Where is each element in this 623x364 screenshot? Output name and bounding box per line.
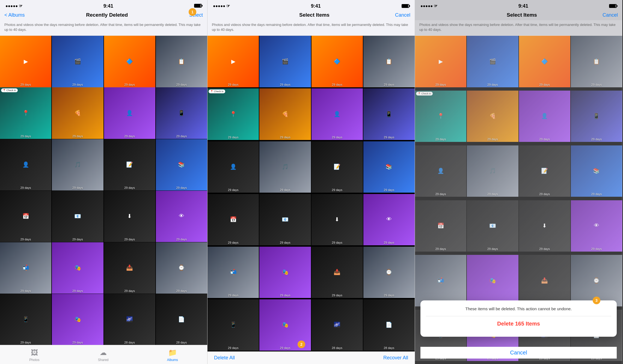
photo-cell[interactable]: 📋29 days [156,36,207,87]
photo-cell[interactable]: 📱29 days [0,294,51,345]
photo-cell[interactable]: 👁29 days [571,200,622,252]
photo-cell[interactable]: 📚29 days [363,141,415,193]
photo-cell[interactable]: 🔷29 days [104,36,155,87]
photo-cell[interactable]: 📅29 days [0,191,51,242]
nav-bar-1: < Albums Recently Deleted Select 1 [0,11,207,20]
photo-cell[interactable]: 📄28 days [156,294,207,345]
photo-cell[interactable]: 🍕29 days [467,91,518,142]
photo-cell[interactable]: 📍📍 Check in29 days [0,87,51,139]
photo-cell[interactable]: 📅29 days [207,194,259,245]
photo-cell[interactable]: 🎭29 days [52,294,103,345]
check-in-badge: 📍 Check in [1,88,18,92]
photo-cell[interactable]: 📥29 days [104,242,155,294]
photo-cell[interactable]: 📱29 days [207,299,259,351]
photo-cell[interactable]: ▶29 days [207,36,259,87]
photo-cell[interactable]: 📬29 days [0,242,51,294]
nav-bar-3: Select Items Cancel [415,11,622,20]
signal-wifi-1: ●●●●● ☞ [5,4,22,8]
tab-shared-1[interactable]: ☁ Shared [98,348,109,362]
photo-cell[interactable]: 🎬29 days [52,36,103,87]
photo-cell[interactable]: 🎬29 days [467,36,518,87]
days-remaining-badge: 29 days [384,241,394,244]
days-remaining-badge: 29 days [332,136,342,139]
photo-cell[interactable]: 🎭29 days [467,255,518,306]
delete-all-button[interactable]: Delete All [214,355,235,361]
alert-divider-top [426,316,611,316]
albums-icon-1: 📁 [168,348,177,357]
days-remaining-badge: 29 days [384,294,394,297]
photo-cell[interactable]: 📧29 days [467,200,518,252]
photo-cell[interactable]: 📧29 days [52,191,103,242]
photo-cell[interactable]: 📋29 days [363,36,415,87]
photo-cell[interactable]: 🎵29 days [52,139,103,190]
delete-items-button[interactable]: Delete 165 Items [426,318,611,329]
step-badge-1: 1 [189,8,196,16]
days-remaining-badge: 29 days [176,135,187,138]
photo-cell[interactable]: 🎭29 days [52,242,103,294]
photo-cell[interactable]: 🌌28 days [104,294,155,345]
photo-cell[interactable]: ⬇29 days [519,200,570,252]
photo-cell[interactable]: ⌚29 days [156,242,207,294]
photo-cell[interactable]: 👤29 days [519,91,570,142]
photo-cell[interactable]: 📝29 days [312,141,363,193]
photo-cell[interactable]: 📍📍 Check in29 days [207,88,259,140]
photo-cell[interactable]: 🎵29 days [259,141,311,193]
photo-cell[interactable]: 📥29 days [519,255,570,306]
photo-cell[interactable]: 📚29 days [156,139,207,190]
photo-cell[interactable]: 📄28 days [363,299,415,351]
photo-cell[interactable]: 📝29 days [104,139,155,190]
photo-cell[interactable]: 🎭29 days [259,247,311,298]
days-remaining-badge: 29 days [280,294,290,297]
days-remaining-badge: 29 days [124,289,135,293]
photo-cell[interactable]: ⌚29 days [363,247,415,298]
photo-cell[interactable]: 👤29 days [0,139,51,190]
photo-cell[interactable]: 📱29 days [156,87,207,139]
photo-cell[interactable]: 📬29 days [207,247,259,298]
photo-cell[interactable]: 🔷29 days [312,36,363,87]
photo-cell[interactable]: 🎵29 days [467,145,518,197]
photo-cell[interactable]: 📍📍 Check in29 days [415,91,466,142]
photo-cell[interactable]: 👁29 days [363,194,415,245]
back-albums-button-1[interactable]: < Albums [4,12,25,18]
cancel-button-3[interactable]: Cancel [603,12,618,18]
tab-albums-1[interactable]: 📁 Albums [167,348,178,362]
photo-cell[interactable]: 👤29 days [104,87,155,139]
days-remaining-badge: 28 days [332,346,342,350]
photo-cell[interactable]: 📱29 days [363,88,415,140]
days-remaining-badge: 29 days [280,136,290,139]
photo-cell[interactable]: 🍕29 days [52,87,103,139]
days-remaining-badge: 28 days [384,346,394,350]
photo-cell[interactable]: 📝29 days [519,145,570,197]
photo-cell[interactable]: 🍕29 days [259,88,311,140]
days-remaining-badge: 29 days [20,186,31,189]
photo-cell[interactable]: ▶29 days [0,36,51,87]
photo-cell[interactable]: ▶29 days [415,36,466,87]
page-title-1: Recently Deleted [86,12,128,18]
photo-cell[interactable]: 👤29 days [312,88,363,140]
alert-cancel-button[interactable]: Cancel [420,347,617,359]
photo-cell[interactable]: 📱29 days [571,91,622,142]
photo-cell[interactable]: 🔷29 days [519,36,570,87]
tab-bar-1: 🖼 Photos ☁ Shared 📁 Albums [0,345,207,364]
cancel-button-2[interactable]: Cancel [395,12,410,18]
photo-cell[interactable]: 📥29 days [312,247,363,298]
photo-cell[interactable]: 📚29 days [571,145,622,197]
photo-grid-1: ▶29 days🎬29 days🔷29 days📋29 days📍📍 Check… [0,36,207,345]
recover-all-button[interactable]: Recover All [383,355,408,361]
photo-cell[interactable]: 🌌28 days [312,299,363,351]
photo-cell[interactable]: ⬇29 days [104,191,155,242]
photo-cell[interactable]: 📅29 days [415,200,466,252]
photo-cell[interactable]: 📋29 days [571,36,622,87]
photo-cell[interactable]: 👁29 days [156,191,207,242]
days-remaining-badge: 29 days [72,135,83,138]
photo-cell[interactable]: 📧29 days [259,194,311,245]
days-remaining-badge: 29 days [332,294,342,297]
tab-photos-1[interactable]: 🖼 Photos [29,348,39,362]
days-remaining-badge: 28 days [176,341,187,344]
photo-cell[interactable]: 🎬29 days [259,36,311,87]
photo-cell[interactable]: 👤29 days [207,141,259,193]
tab-albums-label-1: Albums [167,358,178,362]
photo-cell[interactable]: ⬇29 days [312,194,363,245]
photo-cell[interactable]: 📬29 days [415,255,466,306]
photo-cell[interactable]: 👤29 days [415,145,466,197]
